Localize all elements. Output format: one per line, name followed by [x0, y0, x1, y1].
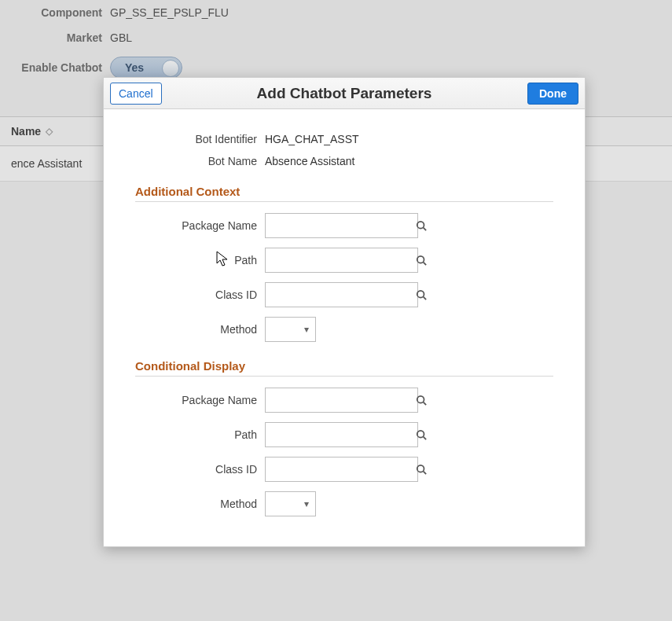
- ac-path-lookup-button[interactable]: [416, 248, 427, 272]
- input-group-ac-path: [265, 248, 418, 273]
- svg-line-1: [424, 228, 427, 231]
- ac-class-id-input[interactable]: [266, 283, 416, 307]
- svg-point-10: [417, 465, 424, 472]
- svg-line-3: [424, 263, 427, 266]
- label-ac-package-name: Package Name: [135, 219, 265, 232]
- label-bot-identifier: Bot Identifier: [135, 133, 265, 145]
- value-bot-name: Absence Assistant: [265, 155, 553, 167]
- input-group-cd-package-name: [265, 388, 418, 413]
- search-icon: [416, 220, 427, 231]
- label-bot-name: Bot Name: [135, 155, 265, 167]
- search-icon: [416, 255, 427, 266]
- cd-path-input[interactable]: [266, 423, 416, 446]
- cancel-button[interactable]: Cancel: [110, 83, 162, 105]
- ac-path-input[interactable]: [266, 248, 416, 272]
- search-icon: [416, 429, 427, 440]
- svg-point-4: [417, 291, 424, 298]
- modal-body: Bot Identifier HGA_CHAT_ASST Bot Name Ab…: [104, 109, 585, 546]
- section-title-additional-context: Additional Context: [135, 185, 553, 198]
- label-cd-path: Path: [135, 428, 265, 441]
- search-icon: [416, 289, 427, 300]
- label-cd-package-name: Package Name: [135, 394, 265, 406]
- cd-package-name-lookup-button[interactable]: [416, 388, 427, 412]
- cd-method-select[interactable]: ▾: [265, 491, 316, 516]
- section-divider: [135, 201, 553, 202]
- label-cd-class-id: Class ID: [135, 463, 265, 476]
- done-button[interactable]: Done: [527, 83, 578, 105]
- svg-point-6: [417, 396, 424, 403]
- input-group-cd-path: [265, 422, 418, 447]
- svg-point-8: [417, 431, 424, 438]
- svg-line-7: [424, 402, 427, 406]
- input-group-cd-class-id: [265, 457, 418, 482]
- chevron-down-icon: ▾: [304, 324, 309, 335]
- svg-point-2: [417, 256, 424, 263]
- cd-class-id-lookup-button[interactable]: [416, 457, 427, 481]
- cd-package-name-input[interactable]: [266, 388, 416, 412]
- svg-line-9: [424, 437, 427, 440]
- modal-add-chatbot-parameters: Cancel Add Chatbot Parameters Done Bot I…: [103, 77, 586, 547]
- svg-line-11: [424, 472, 427, 475]
- value-bot-identifier: HGA_CHAT_ASST: [265, 133, 553, 145]
- modal-header: Cancel Add Chatbot Parameters Done: [104, 78, 585, 109]
- ac-package-name-input[interactable]: [266, 214, 416, 237]
- label-ac-method: Method: [135, 323, 265, 336]
- section-title-conditional-display: Conditional Display: [135, 359, 553, 373]
- svg-point-0: [417, 222, 424, 229]
- svg-line-5: [424, 297, 427, 300]
- label-ac-class-id: Class ID: [135, 288, 265, 301]
- label-cd-method: Method: [135, 498, 265, 510]
- section-divider: [135, 376, 553, 377]
- ac-method-select[interactable]: ▾: [265, 317, 316, 342]
- search-icon: [416, 395, 427, 406]
- modal-title: Add Chatbot Parameters: [257, 85, 432, 102]
- input-group-ac-package-name: [265, 213, 418, 238]
- label-ac-path: Path: [135, 254, 265, 266]
- cd-path-lookup-button[interactable]: [416, 423, 427, 446]
- ac-class-id-lookup-button[interactable]: [416, 283, 427, 307]
- ac-package-name-lookup-button[interactable]: [416, 214, 427, 237]
- input-group-ac-class-id: [265, 282, 418, 307]
- cd-class-id-input[interactable]: [266, 457, 416, 481]
- search-icon: [416, 464, 427, 475]
- chevron-down-icon: ▾: [304, 498, 309, 509]
